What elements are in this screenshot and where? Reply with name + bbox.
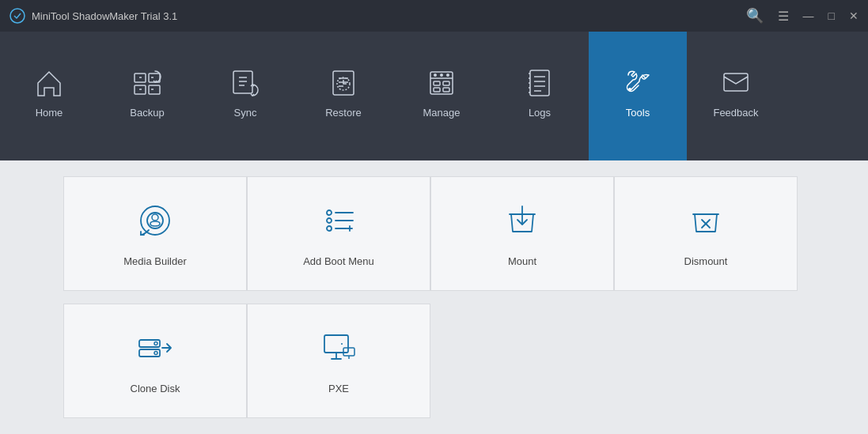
svg-rect-33 [139,340,160,347]
app-logo-icon [9,8,25,24]
mount-label: Mount [508,255,536,267]
nav-item-sync[interactable]: Sync [196,32,294,160]
svg-point-21 [152,214,158,221]
dismount-card[interactable]: Dismount [614,176,798,291]
sync-label: Sync [234,107,257,119]
backup-icon [130,66,165,100]
svg-point-36 [154,352,157,355]
mount-icon [502,200,543,244]
nav-item-restore[interactable]: Restore [294,32,392,160]
nav-item-home[interactable]: Home [0,32,98,160]
pxe-label: PXE [328,383,349,394]
svg-rect-5 [233,71,252,93]
svg-rect-35 [139,349,160,357]
restore-label: Restore [325,107,362,119]
svg-point-15 [446,74,449,77]
svg-point-0 [10,9,25,23]
nav-item-logs[interactable]: Logs [491,32,589,160]
media-builder-card[interactable]: Media Builder [63,176,247,291]
tools-icon [620,66,655,100]
sync-icon [228,66,263,100]
pxe-icon [318,327,359,372]
svg-rect-41 [343,348,354,356]
svg-rect-38 [324,335,348,353]
svg-rect-18 [724,74,748,91]
dismount-label: Dismount [684,255,728,267]
logs-label: Logs [529,107,551,119]
clone-disk-icon [135,327,176,372]
svg-point-26 [327,226,332,231]
svg-point-24 [327,218,332,223]
clone-disk-label: Clone Disk [131,383,180,394]
title-bar-left: MiniTool ShadowMaker Trial 3.1 [9,8,177,24]
manage-label: Manage [423,107,461,119]
nav-item-manage[interactable]: Manage [392,32,491,160]
title-bar-controls: 🔍 ☰ — □ ✕ [746,7,859,25]
svg-point-17 [628,88,631,91]
svg-rect-12 [443,88,449,92]
nav-item-tools[interactable]: Tools [589,32,687,160]
title-bar: MiniTool ShadowMaker Trial 3.1 🔍 ☰ — □ ✕ [0,0,868,32]
svg-rect-11 [434,88,440,92]
feedback-icon [718,66,753,100]
minimize-button[interactable]: — [803,9,814,22]
svg-point-14 [440,74,443,77]
media-builder-label: Media Builder [123,255,187,267]
close-button[interactable]: ✕ [849,9,859,22]
manage-icon [424,66,459,100]
restore-icon [326,66,361,100]
app-title: MiniTool ShadowMaker Trial 3.1 [32,10,177,22]
tools-row-2: Clone Disk PXE [63,304,805,418]
menu-icon[interactable]: ☰ [778,9,789,24]
media-builder-icon [135,200,176,244]
tools-row-1: Media Builder Add Boot Menu [63,176,805,291]
home-label: Home [36,107,63,119]
tools-label: Tools [626,107,650,119]
svg-rect-4 [149,85,160,94]
maximize-button[interactable]: □ [828,9,835,22]
add-boot-menu-icon [318,200,359,244]
search-icon[interactable]: 🔍 [746,7,764,25]
nav-item-backup[interactable]: Backup [98,32,196,160]
mount-card[interactable]: Mount [430,176,614,291]
main-content: Media Builder Add Boot Menu [0,160,868,434]
home-icon [32,66,66,100]
svg-rect-9 [434,81,440,85]
svg-point-34 [154,342,157,345]
pxe-card[interactable]: PXE [247,304,430,418]
add-boot-menu-card[interactable]: Add Boot Menu [247,176,430,291]
svg-rect-10 [443,81,449,85]
clone-disk-card[interactable]: Clone Disk [63,304,247,418]
nav-item-feedback[interactable]: Feedback [687,32,785,160]
nav-bar: Home Backup [0,32,868,160]
svg-point-22 [327,210,332,215]
add-boot-menu-label: Add Boot Menu [303,255,374,267]
feedback-label: Feedback [713,107,758,119]
logs-icon [522,66,557,100]
svg-rect-16 [530,70,549,96]
svg-point-13 [434,74,437,77]
dismount-icon [685,200,726,244]
backup-label: Backup [130,107,164,119]
